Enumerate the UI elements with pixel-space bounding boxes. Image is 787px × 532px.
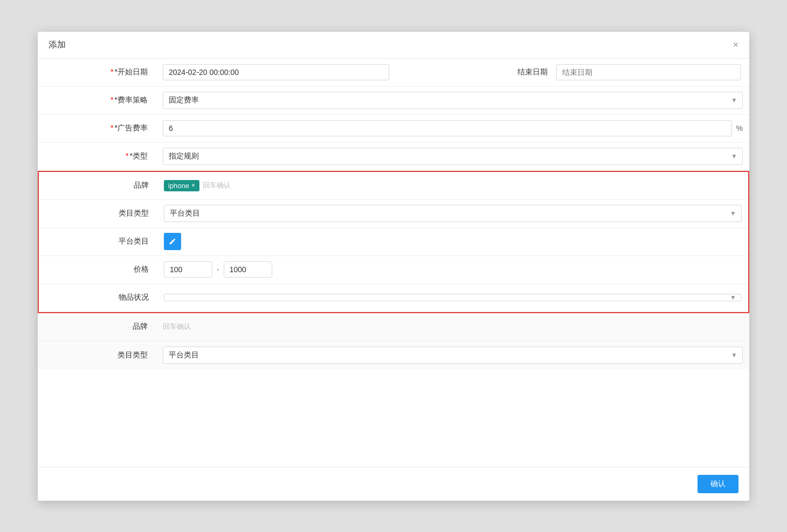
tag-input-wrapper[interactable]: iphone × 回车确认: [164, 180, 742, 191]
type-value: 指定规则 ▼: [156, 143, 749, 169]
item-status-row: 物品状况 ▼: [39, 284, 748, 312]
rate-strategy-display[interactable]: 固定费率: [163, 92, 743, 109]
category-type-select-1[interactable]: 平台类目 ▼: [164, 205, 742, 222]
section-2: 品牌 回车确认 类目类型 平台类目 ▼: [38, 313, 749, 369]
category-type-value-1: 平台类目 ▼: [157, 201, 748, 226]
dialog-header: 添加 ×: [38, 32, 749, 59]
edit-icon: [169, 238, 176, 245]
rate-strategy-value: 固定费率 ▼: [156, 87, 749, 113]
ad-rate-input[interactable]: [163, 120, 732, 136]
category-type-select-2[interactable]: 平台类目 ▼: [163, 347, 743, 364]
ad-rate-value: %: [156, 116, 749, 141]
platform-category-row: 平台类目: [39, 228, 748, 256]
start-date-value: [156, 60, 459, 85]
category-type-value-2: 平台类目 ▼: [156, 342, 749, 368]
dialog-footer: 确认: [38, 467, 749, 501]
end-date-input[interactable]: [556, 64, 741, 80]
brand-input-area: iphone × 回车确认: [157, 176, 748, 196]
category-type-display-2[interactable]: 平台类目: [163, 347, 743, 364]
category-type-label-2: 类目类型: [38, 350, 156, 360]
brand-row-2: 品牌 回车确认: [38, 313, 749, 341]
brand-input-area-2: 回车确认: [156, 317, 749, 336]
red-border-section: 品牌 iphone × 回车确认 类目类型 平台类目: [38, 171, 749, 313]
tag-text: iphone: [168, 182, 189, 190]
item-status-display[interactable]: [164, 294, 742, 301]
category-type-label-1: 类目类型: [39, 209, 157, 218]
brand-placeholder: 回车确认: [203, 181, 231, 190]
close-button[interactable]: ×: [733, 40, 738, 50]
price-row: 价格 -: [39, 256, 748, 284]
start-date-input[interactable]: [163, 64, 389, 80]
category-type-row-2: 类目类型 平台类目 ▼: [38, 341, 749, 369]
dialog-title: 添加: [49, 39, 66, 51]
dialog: 添加 × **开始日期 结束日期 **费率策略: [38, 32, 749, 501]
brand-row-1: 品牌 iphone × 回车确认: [39, 172, 748, 200]
date-row: **开始日期 结束日期: [38, 59, 749, 87]
price-min-input[interactable]: [164, 261, 212, 278]
confirm-button[interactable]: 确认: [698, 475, 738, 493]
category-type-display-1[interactable]: 平台类目: [164, 205, 742, 222]
brand-placeholder-2: 回车确认: [163, 322, 191, 331]
type-row: **类型 指定规则 ▼: [38, 143, 749, 171]
type-select[interactable]: 指定规则 ▼: [163, 148, 743, 165]
price-dash: -: [217, 265, 219, 274]
end-date-label: 结束日期: [459, 67, 556, 77]
edit-button[interactable]: [164, 233, 181, 250]
price-label: 价格: [39, 265, 157, 274]
rate-strategy-row: **费率策略 固定费率 ▼: [38, 87, 749, 115]
rate-strategy-label: **费率策略: [38, 95, 156, 105]
brand-label-2: 品牌: [38, 322, 156, 331]
ad-rate-container: %: [163, 120, 743, 136]
price-range: -: [164, 261, 272, 278]
type-display[interactable]: 指定规则: [163, 148, 743, 165]
tag-close-icon[interactable]: ×: [191, 182, 195, 189]
dialog-body: **开始日期 结束日期 **费率策略 固定费率 ▼: [38, 59, 749, 402]
start-date-label: **开始日期: [38, 67, 156, 77]
type-label: **类型: [38, 151, 156, 161]
item-status-value: ▼: [157, 289, 748, 306]
platform-category-label: 平台类目: [39, 237, 157, 246]
item-status-label: 物品状况: [39, 293, 157, 302]
platform-category-value: [157, 229, 748, 254]
category-type-row-1: 类目类型 平台类目 ▼: [39, 200, 748, 228]
iphone-tag[interactable]: iphone ×: [164, 180, 199, 191]
item-status-select[interactable]: ▼: [164, 294, 742, 301]
percent-symbol: %: [736, 124, 743, 133]
brand-label-1: 品牌: [39, 181, 157, 190]
rate-strategy-select[interactable]: 固定费率 ▼: [163, 92, 743, 109]
ad-rate-row: **广告费率 %: [38, 115, 749, 143]
ad-rate-label: **广告费率: [38, 123, 156, 133]
price-value: -: [157, 257, 748, 282]
required-star: *: [111, 67, 113, 76]
price-max-input[interactable]: [224, 261, 272, 278]
end-date-section: 结束日期: [459, 64, 749, 80]
